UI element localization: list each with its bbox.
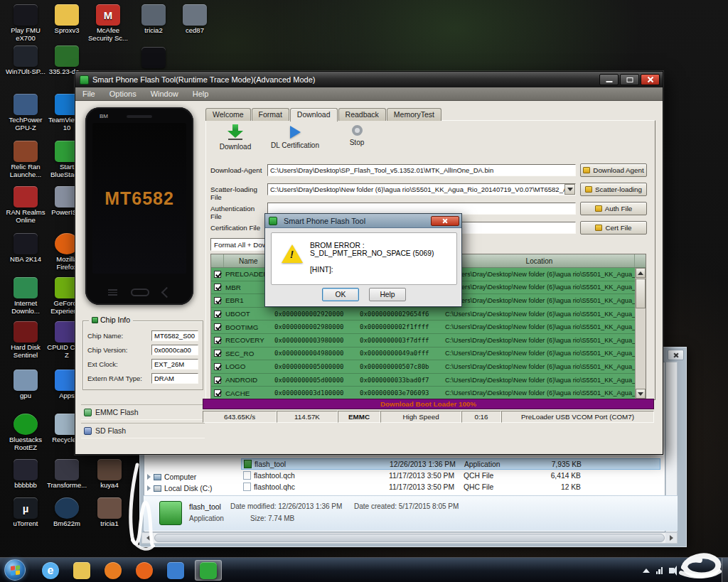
- partition-row[interactable]: ANDROID0x0000000005d000000x0000000033bad…: [211, 374, 646, 387]
- scroll-left-icon[interactable]: [142, 533, 154, 543]
- ok-button[interactable]: OK: [322, 288, 359, 301]
- desktop-icon[interactable]: NBA 2K14: [6, 233, 46, 264]
- desktop-icon[interactable]: TechPower GPU-Z: [6, 94, 46, 131]
- desktop-icon[interactable]: Win7Ult-SP...: [6, 45, 46, 76]
- show-desktop-button[interactable]: [722, 558, 728, 582]
- desktop-icon[interactable]: tricia2: [134, 4, 173, 35]
- volume-icon[interactable]: [669, 568, 674, 573]
- checkbox[interactable]: [214, 389, 221, 397]
- explorer-close-button[interactable]: [668, 350, 684, 360]
- checkbox[interactable]: [214, 363, 221, 370]
- desktop-icon[interactable]: tricia1: [90, 497, 129, 528]
- download-button[interactable]: Download: [213, 124, 258, 151]
- tree-expand-icon[interactable]: [147, 485, 151, 491]
- taskbar-media-player[interactable]: [100, 560, 127, 581]
- desktop-icon[interactable]: [134, 47, 173, 70]
- ext-clock-label: Ext Clock:: [87, 360, 118, 368]
- checkbox[interactable]: [214, 323, 221, 330]
- download-agent-button[interactable]: Download Agent: [580, 163, 647, 177]
- desktop-icon[interactable]: µuTorrent: [6, 497, 46, 528]
- close-button[interactable]: [641, 74, 660, 85]
- scatter-loading-button[interactable]: Scatter-loading: [580, 183, 647, 196]
- checkbox[interactable]: [214, 337, 221, 344]
- start-button[interactable]: [4, 559, 26, 581]
- file-row[interactable]: flashtool.qhc 11/17/2013 3:50 PM QHC Fil…: [241, 481, 660, 492]
- menu-window[interactable]: Window: [144, 87, 186, 100]
- desktop-icon[interactable]: RAN Realms Online: [6, 186, 46, 224]
- tree-item-local-disk[interactable]: Local Disk (C:): [147, 483, 213, 494]
- partition-row[interactable]: LOGO0x00000000050000000x000000000507c80b…: [211, 360, 646, 374]
- minimize-button[interactable]: [599, 74, 619, 85]
- desktop-icon[interactable]: Relic Ran Launche...: [6, 141, 46, 178]
- file-row[interactable]: flashtool.qch 11/17/2013 3:50 PM QCH Fil…: [241, 470, 660, 481]
- sd-flash-section[interactable]: SD Flash: [81, 423, 205, 438]
- checkbox[interactable]: [214, 311, 221, 318]
- desktop-icon-image: [55, 45, 79, 67]
- menu-options[interactable]: Options: [102, 87, 144, 100]
- tree-item-computer[interactable]: Computer: [147, 471, 196, 483]
- checkbox[interactable]: [214, 350, 221, 357]
- column-header-location[interactable]: Location: [442, 254, 635, 267]
- network-icon[interactable]: [656, 567, 663, 574]
- taskbar-firefox[interactable]: [131, 560, 158, 581]
- partition-row[interactable]: RECOVERY0x00000000039800000x0000000003f7…: [211, 334, 646, 347]
- select-all-column[interactable]: [211, 254, 224, 267]
- checkbox[interactable]: [214, 271, 221, 278]
- partition-row[interactable]: UBOOT0x00000000029200000x00000000029654f…: [211, 308, 646, 321]
- desktop-icon[interactable]: Sproxv3: [47, 4, 87, 35]
- taskbar-blue-app[interactable]: [162, 560, 189, 581]
- auth-file-button[interactable]: Auth File: [580, 202, 647, 215]
- help-button[interactable]: Help: [369, 288, 406, 301]
- menu-file[interactable]: File: [75, 87, 102, 100]
- desktop-icon[interactable]: Hard Disk Sentinel: [6, 321, 46, 359]
- file-row[interactable]: flash_tool 12/26/2013 1:36 PM Applicatio…: [241, 458, 660, 470]
- stop-button[interactable]: Stop: [341, 124, 373, 146]
- desktop-icon[interactable]: Bluestacks RootEZ: [6, 414, 46, 451]
- menu-help[interactable]: Help: [186, 87, 216, 100]
- taskbar-flash-tool[interactable]: [195, 560, 222, 581]
- window-title: Smart Phone Flash Tool(Runtime Trace Mod…: [92, 75, 315, 84]
- partition-row[interactable]: SEC_RO0x00000000049800000x00000000049a0f…: [211, 347, 646, 361]
- taskbar-internet-explorer[interactable]: e: [37, 560, 64, 581]
- tab-memorytest[interactable]: MemoryTest: [387, 108, 441, 121]
- tree-expand-icon[interactable]: [147, 474, 151, 480]
- tab-welcome[interactable]: Welcome: [205, 108, 251, 121]
- scrollbar-thumb[interactable]: [636, 279, 646, 308]
- maximize-button[interactable]: [620, 74, 639, 85]
- checkbox[interactable]: [214, 377, 221, 384]
- tray-expand-icon[interactable]: [643, 568, 650, 573]
- checkbox[interactable]: [214, 297, 221, 304]
- table-scrollbar[interactable]: [635, 268, 646, 399]
- scroll-up-icon[interactable]: [636, 268, 646, 278]
- title-bar[interactable]: Smart Phone Flash Tool(Runtime Trace Mod…: [75, 72, 663, 87]
- emmc-flash-section[interactable]: EMMC Flash: [81, 404, 205, 420]
- desktop-icon[interactable]: MMcAfee Security Sc...: [88, 4, 128, 42]
- dl-certification-button[interactable]: DL Certification: [269, 124, 321, 149]
- scatter-file-input[interactable]: [267, 183, 576, 195]
- desktop-icon[interactable]: kuya4: [90, 459, 129, 490]
- tab-format[interactable]: Format: [252, 108, 289, 121]
- checkbox[interactable]: [214, 284, 221, 291]
- section-label: EMMC Flash: [95, 408, 139, 416]
- cert-file-button[interactable]: Cert File: [580, 221, 647, 235]
- desktop-icon[interactable]: Bm622m: [47, 497, 87, 528]
- scroll-down-icon[interactable]: [636, 389, 646, 399]
- dialog-close-button[interactable]: [431, 216, 459, 226]
- desktop-icon[interactable]: Play FMU eX700: [6, 4, 46, 42]
- scroll-right-icon[interactable]: [665, 533, 677, 543]
- tab-download[interactable]: Download: [290, 108, 338, 122]
- partition-row[interactable]: BOOTIMG0x00000000029800000x0000000002f1f…: [211, 320, 646, 334]
- desktop-icon[interactable]: gpu: [6, 370, 46, 400]
- tab-readback[interactable]: Readback: [338, 108, 386, 121]
- desktop-icon[interactable]: ced87: [175, 4, 215, 35]
- download-agent-input[interactable]: [267, 164, 576, 176]
- desktop-icon[interactable]: Transforme...: [47, 459, 87, 490]
- horizontal-scrollbar[interactable]: [141, 532, 678, 544]
- desktop-icon[interactable]: bbbbbb: [6, 459, 46, 490]
- menu-bar: File Options Window Help: [75, 87, 663, 101]
- file-icon: [595, 205, 602, 212]
- scatter-dropdown-icon[interactable]: [564, 184, 575, 195]
- scrollbar-thumb[interactable]: [154, 534, 665, 542]
- desktop-icon[interactable]: Internet Downlo...: [6, 277, 46, 315]
- taskbar-file-explorer[interactable]: [68, 560, 95, 581]
